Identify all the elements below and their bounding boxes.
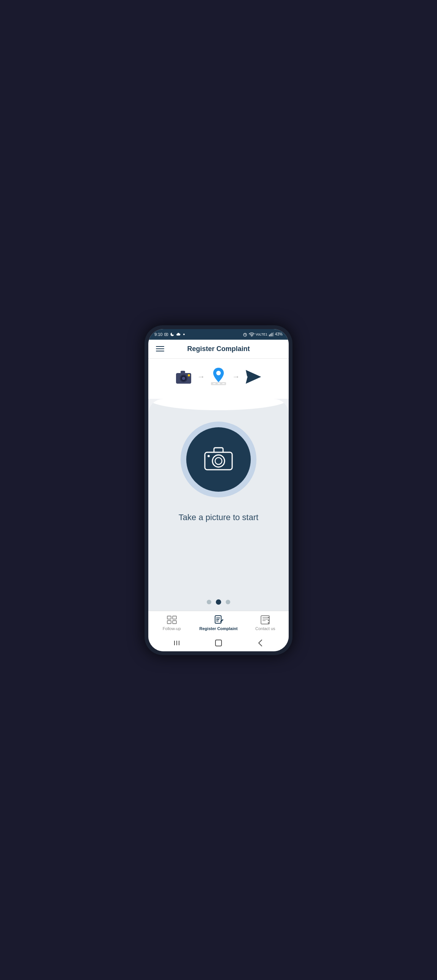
svg-point-5	[251, 336, 252, 336]
lte-indicator: VoLTE1	[256, 332, 268, 336]
dot-3	[226, 600, 230, 604]
svg-rect-29	[172, 616, 176, 619]
photo-icon	[164, 332, 168, 337]
step-location-icon	[208, 366, 229, 387]
register-icon	[214, 615, 223, 625]
dot-indicator: •	[183, 331, 185, 337]
battery-text: 43%	[275, 332, 282, 336]
pagination-dots	[148, 593, 289, 611]
nav-item-followup[interactable]: Follow-up	[148, 615, 195, 631]
hamburger-menu-icon[interactable]	[156, 346, 164, 352]
camera-circle-inner	[186, 427, 251, 492]
contact-icon	[260, 615, 270, 625]
dot-1	[207, 600, 211, 604]
svg-rect-6	[269, 334, 270, 336]
svg-point-27	[207, 455, 210, 457]
followup-icon	[167, 615, 177, 625]
steps-indicator: → →	[148, 359, 289, 399]
svg-point-20	[216, 371, 221, 375]
contact-label: Contact us	[255, 626, 275, 631]
svg-rect-42	[268, 622, 270, 624]
location-step-svg	[209, 366, 228, 387]
system-nav-bar	[148, 635, 289, 651]
svg-marker-22	[246, 370, 261, 383]
status-time: 9:10	[155, 332, 163, 337]
send-step-svg	[244, 367, 263, 387]
status-left: 9:10 •	[155, 331, 185, 337]
svg-rect-9	[273, 332, 274, 336]
signal-icon	[269, 332, 274, 337]
alarm-icon	[242, 332, 248, 337]
arrow-1: →	[197, 372, 205, 381]
camera-capture-button[interactable]	[180, 422, 257, 497]
svg-line-4	[245, 335, 246, 335]
step-camera-icon	[173, 366, 194, 387]
followup-label: Follow-up	[163, 626, 181, 631]
svg-rect-41	[268, 619, 270, 621]
register-label: Register Complaint	[199, 626, 238, 631]
cloud-icon	[176, 332, 181, 337]
svg-point-14	[188, 374, 190, 377]
recents-button[interactable]	[172, 638, 181, 648]
camera-inner-svg	[203, 444, 234, 475]
home-button[interactable]	[214, 638, 223, 648]
nav-item-register[interactable]: Register Complaint	[195, 615, 242, 631]
main-content: Take a picture to start	[148, 399, 289, 593]
moon-icon	[170, 332, 174, 337]
svg-rect-8	[272, 332, 273, 336]
status-right: VoLTE1 43%	[242, 332, 282, 337]
bottom-navigation: Follow-up Register Complaint	[148, 611, 289, 635]
status-bar: 9:10 • VoLTE1 43%	[148, 329, 289, 340]
app-header: Register Complaint	[148, 340, 289, 359]
arrow-2: →	[232, 372, 240, 381]
svg-rect-40	[268, 617, 270, 618]
wifi-icon	[249, 332, 255, 337]
camera-step-svg	[174, 367, 193, 387]
step-send-icon	[243, 366, 264, 387]
phone-frame: 9:10 • VoLTE1 43% Register Co	[145, 325, 292, 655]
dot-2-active	[216, 599, 221, 605]
page-title: Register Complaint	[164, 345, 273, 353]
svg-rect-31	[172, 620, 176, 624]
svg-point-1	[166, 334, 167, 335]
instruction-text: Take a picture to start	[179, 512, 258, 522]
svg-rect-7	[271, 334, 271, 336]
svg-rect-15	[180, 371, 185, 374]
back-button[interactable]	[256, 638, 265, 648]
svg-point-26	[215, 458, 222, 465]
nav-item-contact[interactable]: Contact us	[242, 615, 289, 631]
svg-rect-46	[215, 640, 222, 646]
svg-point-13	[182, 377, 185, 380]
svg-rect-30	[167, 620, 171, 624]
svg-point-25	[212, 455, 225, 467]
phone-screen: 9:10 • VoLTE1 43% Register Co	[148, 329, 289, 651]
svg-rect-28	[167, 616, 171, 619]
